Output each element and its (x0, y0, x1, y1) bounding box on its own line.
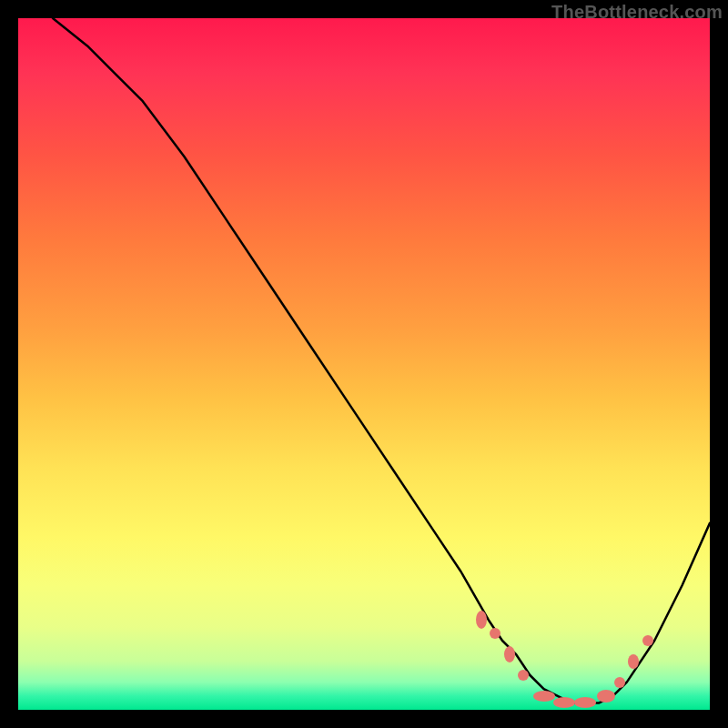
curve-marker (504, 646, 515, 662)
watermark-text: TheBottleneck.com (551, 2, 723, 23)
curve-marker (614, 677, 625, 688)
curve-marker (642, 635, 653, 646)
curve-marker (597, 690, 615, 703)
curve-marker (518, 670, 529, 681)
curve-marker (533, 691, 555, 702)
plot-gradient (18, 18, 710, 710)
chart-stage: TheBottleneck.com (0, 0, 728, 728)
